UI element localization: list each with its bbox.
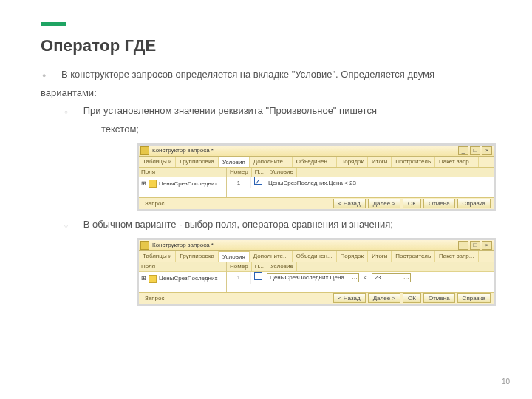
window-icon: [140, 241, 149, 250]
list-item: В конструкторе запросов определяется на …: [41, 66, 491, 306]
accent-bar: [41, 22, 66, 26]
condition-operator[interactable]: <: [361, 272, 370, 283]
condition-value-input[interactable]: 23: [372, 273, 411, 282]
window-title: Конструктор запроса *: [152, 146, 214, 156]
bullet-text: В обычном варианте - выбор поля, операто…: [83, 219, 393, 230]
maximize-button[interactable]: □: [470, 146, 480, 155]
page-title: Оператор ГДЕ: [41, 36, 491, 55]
tab[interactable]: Пакет запр...: [435, 251, 478, 262]
tab[interactable]: Пакет запр...: [435, 157, 478, 167]
close-button[interactable]: ×: [482, 241, 492, 250]
tab[interactable]: Таблицы и: [139, 251, 176, 262]
field-name: ЦеныСрезПоследних: [159, 178, 217, 189]
condition-text[interactable]: ЦеныСрезПоследних.Цена < 23: [265, 177, 494, 188]
table-icon: [149, 180, 157, 188]
window-controls: _ □ ×: [458, 146, 492, 155]
bullet-text: В конструкторе запросов определяется на …: [41, 69, 434, 98]
cancel-button[interactable]: Отмена: [423, 293, 455, 303]
condition-field-picker[interactable]: ЦеныСрезПоследних.Цена: [267, 273, 359, 282]
window-title: Конструктор запроса *: [152, 240, 214, 250]
tab-conditions[interactable]: Условия: [219, 157, 250, 167]
tab[interactable]: Дополните...: [250, 251, 293, 262]
button-bar: Запрос < Назад Далее > ОК Отмена Справка: [139, 197, 494, 209]
window-icon: [140, 146, 149, 155]
query-builder-window: Конструктор запроса * _ □ × Таблицы и Гр…: [137, 143, 496, 211]
field-name: ЦеныСрезПоследних: [159, 273, 217, 284]
query-builder-window: Конструктор запроса * _ □ × Таблицы и Гр…: [137, 238, 496, 306]
tab[interactable]: Итоги: [368, 251, 392, 262]
tab[interactable]: Группировка: [176, 157, 219, 167]
tab[interactable]: Объединен...: [293, 157, 337, 167]
help-button[interactable]: Справка: [457, 199, 491, 208]
page-number: 10: [502, 378, 510, 386]
fields-header: Поля: [139, 168, 226, 177]
bullet-text: При установленном значении реквизита "Пр…: [83, 105, 377, 116]
row-number: 1: [227, 272, 251, 283]
fields-header: Поля: [139, 262, 226, 272]
bullet-text: текстом;: [101, 123, 139, 134]
conditions-pane: Номер П... Условие 1 ЦеныСрезПоследних.Ц…: [227, 168, 494, 197]
col-arbitrary: П...: [252, 262, 267, 271]
back-button[interactable]: < Назад: [333, 199, 366, 208]
tab[interactable]: Построитель: [392, 251, 435, 262]
ok-button[interactable]: ОК: [403, 293, 421, 303]
close-button[interactable]: ×: [482, 146, 492, 155]
fields-pane: Поля ⊞ ЦеныСрезПоследних: [139, 262, 227, 292]
list-item: При установленном значении реквизита "Пр…: [81, 102, 491, 211]
tab[interactable]: Таблицы и: [139, 157, 176, 167]
tab[interactable]: Дополните...: [250, 157, 293, 167]
window-titlebar: Конструктор запроса * _ □ ×: [139, 240, 494, 251]
col-number: Номер: [227, 168, 252, 177]
row-number: 1: [227, 177, 251, 188]
help-button[interactable]: Справка: [457, 293, 491, 303]
arbitrary-checkbox[interactable]: [254, 272, 262, 280]
minimize-button[interactable]: _: [458, 146, 468, 155]
col-condition: Условие: [267, 262, 297, 271]
button-bar: Запрос < Назад Далее > ОК Отмена Справка: [139, 292, 494, 304]
col-number: Номер: [227, 262, 252, 271]
ok-button[interactable]: ОК: [403, 199, 421, 208]
tab[interactable]: Порядок: [337, 251, 369, 262]
table-icon: [149, 275, 157, 283]
tab-bar: Таблицы и Группировка Условия Дополните.…: [139, 251, 494, 262]
bullet-list: В конструкторе запросов определяется на …: [41, 66, 491, 306]
back-button[interactable]: < Назад: [333, 293, 366, 303]
expand-icon[interactable]: ⊞: [141, 273, 146, 284]
list-item: В обычном варианте - выбор поля, операто…: [81, 216, 491, 307]
col-condition: Условие: [267, 168, 297, 177]
next-button[interactable]: Далее >: [368, 293, 400, 303]
condition-row[interactable]: 1 ЦеныСрезПоследних.Цена < 23: [227, 272, 494, 282]
query-label[interactable]: Запрос: [142, 293, 165, 304]
window-titlebar: Конструктор запроса * _ □ ×: [139, 146, 494, 157]
maximize-button[interactable]: □: [470, 241, 480, 250]
field-row[interactable]: ⊞ ЦеныСрезПоследних: [139, 177, 226, 190]
condition-row[interactable]: 1 ЦеныСрезПоследних.Цена < 23: [227, 177, 494, 188]
tab[interactable]: Группировка: [176, 251, 219, 262]
minimize-button[interactable]: _: [458, 241, 468, 250]
next-button[interactable]: Далее >: [368, 199, 400, 208]
arbitrary-checkbox[interactable]: [254, 177, 262, 185]
tab[interactable]: Итоги: [368, 157, 392, 167]
tab[interactable]: Объединен...: [293, 251, 337, 262]
tab[interactable]: Порядок: [337, 157, 369, 167]
expand-icon[interactable]: ⊞: [141, 178, 146, 189]
cancel-button[interactable]: Отмена: [423, 199, 455, 208]
field-row[interactable]: ⊞ ЦеныСрезПоследних: [139, 272, 226, 284]
fields-pane: Поля ⊞ ЦеныСрезПоследних: [139, 168, 227, 197]
tab-conditions[interactable]: Условия: [219, 251, 250, 262]
query-label[interactable]: Запрос: [142, 198, 165, 209]
window-controls: _ □ ×: [458, 241, 492, 250]
conditions-pane: Номер П... Условие 1 ЦеныСрезПоследних.Ц…: [227, 262, 494, 292]
tab[interactable]: Построитель: [392, 157, 435, 167]
tab-bar: Таблицы и Группировка Условия Дополните.…: [139, 157, 494, 168]
condition-builder: ЦеныСрезПоследних.Цена < 23: [265, 272, 494, 283]
